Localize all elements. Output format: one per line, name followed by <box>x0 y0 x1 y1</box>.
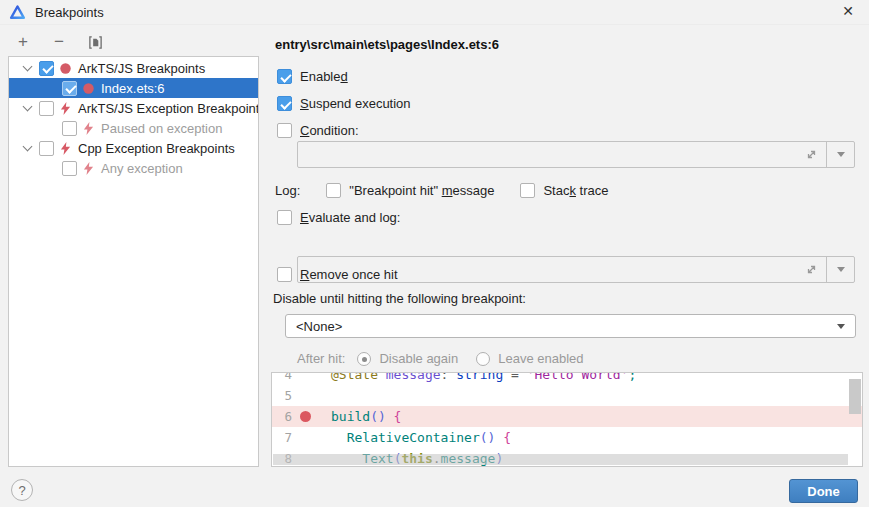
tree-item-checkbox[interactable] <box>62 161 77 176</box>
condition-row: Condition: <box>277 122 359 139</box>
evaluate-history-dropdown[interactable] <box>826 257 854 282</box>
code-text: @State message: string = 'Hello World'; <box>314 372 636 385</box>
vertical-scrollbar-thumb[interactable] <box>849 379 861 414</box>
leave-enabled-radio[interactable] <box>476 352 490 366</box>
chevron-down-icon <box>837 324 845 329</box>
combobox-value: <None> <box>296 319 342 334</box>
stack-trace-label: Stack trace <box>543 183 608 198</box>
log-row: Log: "Breakpoint hit" message Stack trac… <box>275 182 608 199</box>
chevron-down-icon[interactable] <box>19 63 39 73</box>
log-label: Log: <box>275 183 300 198</box>
add-breakpoint-button[interactable]: + <box>13 32 33 52</box>
exception-bolt-icon <box>60 141 73 155</box>
tree-item[interactable]: ArkTS/JS Breakpoints <box>9 58 258 78</box>
deveco-logo-icon <box>9 4 26 21</box>
breakpoint-path: entry\src\main\ets\pages\Index.ets:6 <box>275 37 499 52</box>
line-number: 7 <box>272 427 298 448</box>
exception-bolt-icon <box>60 101 73 115</box>
disable-again-radio[interactable] <box>357 352 371 366</box>
tree-item-checkbox[interactable] <box>62 121 77 136</box>
line-number: 4 <box>272 372 298 385</box>
evaluate-row: Evaluate and log: <box>277 209 400 226</box>
condition-checkbox[interactable] <box>277 123 292 138</box>
stack-trace-checkbox[interactable] <box>520 183 535 198</box>
chevron-down-icon <box>837 152 845 157</box>
tree-item-label: ArkTS/JS Breakpoints <box>78 61 205 76</box>
disable-until-label: Disable until hitting the following brea… <box>273 291 526 306</box>
line-number: 5 <box>272 385 298 406</box>
code-text: RelativeContainer() { <box>314 427 511 448</box>
code-line: 5 <box>272 385 862 406</box>
evaluate-and-log-label: Evaluate and log: <box>300 210 400 225</box>
title-bar: Breakpoints ✕ <box>0 0 869 25</box>
chevron-down-icon <box>42 123 62 133</box>
evaluate-and-log-checkbox[interactable] <box>277 210 292 225</box>
chevron-down-icon[interactable] <box>19 103 39 113</box>
tree-item-label: Index.ets:6 <box>101 81 165 96</box>
tree-item-label: Any exception <box>101 161 183 176</box>
after-hit-label: After hit: <box>297 351 345 366</box>
tree-item-label: Cpp Exception Breakpoints <box>78 141 235 156</box>
done-button[interactable]: Done <box>789 479 858 503</box>
disable-until-combobox[interactable]: <None> <box>285 314 856 338</box>
help-button[interactable]: ? <box>11 479 33 501</box>
exception-bolt-icon <box>83 121 96 135</box>
remove-once-hit-label: Remove once hit <box>300 267 398 282</box>
enabled-checkbox[interactable] <box>277 69 292 84</box>
tree-item-checkbox[interactable] <box>62 81 77 96</box>
gutter <box>298 372 314 385</box>
disable-again-label: Disable again <box>379 351 458 366</box>
tree-item-checkbox[interactable] <box>39 101 54 116</box>
breakpoint-dot-icon <box>300 411 311 422</box>
breakpoint-hit-message-label: "Breakpoint hit" message <box>349 183 494 198</box>
chevron-down-icon <box>42 163 62 173</box>
chevron-down-icon <box>42 83 62 93</box>
suspend-row: Suspend execution <box>277 95 411 112</box>
tree-item-checkbox[interactable] <box>39 61 54 76</box>
condition-label: Condition: <box>300 123 359 138</box>
tree-item[interactable]: Index.ets:6 <box>9 78 258 98</box>
remove-once-row: Remove once hit <box>277 266 398 283</box>
enabled-label: Enabled <box>300 69 348 84</box>
code-line: 7 RelativeContainer() { <box>272 427 862 448</box>
tree-toolbar: + − <box>13 32 105 52</box>
expand-field-icon[interactable] <box>805 148 818 161</box>
code-line: 4@State message: string = 'Hello World'; <box>272 372 862 385</box>
code-line: 6build() { <box>272 406 862 427</box>
line-number: 6 <box>272 406 298 427</box>
enabled-row: Enabled <box>277 68 348 85</box>
expand-field-icon[interactable] <box>805 263 818 276</box>
dialog-title: Breakpoints <box>35 5 104 20</box>
tree-item-label: ArkTS/JS Exception Breakpoints <box>78 101 259 116</box>
gutter <box>298 427 314 448</box>
breakpoint-dot-icon <box>60 61 73 75</box>
gutter <box>298 385 314 406</box>
code-preview-lines: 4@State message: string = 'Hello World';… <box>272 372 862 467</box>
code-text: build() { <box>314 406 401 427</box>
suspend-label: Suspend execution <box>300 96 411 111</box>
condition-input[interactable] <box>297 141 855 168</box>
suspend-checkbox[interactable] <box>277 96 292 111</box>
tree-item-checkbox[interactable] <box>39 141 54 156</box>
breakpoints-dialog: Breakpoints ✕ + − ArkTS/JS BreakpointsIn… <box>0 0 869 507</box>
close-icon[interactable]: ✕ <box>839 2 857 20</box>
chevron-down-icon <box>837 267 845 272</box>
condition-history-dropdown[interactable] <box>826 142 854 167</box>
leave-enabled-label: Leave enabled <box>498 351 583 366</box>
tree-item-label: Paused on exception <box>101 121 222 136</box>
after-hit-row: After hit: Disable again Leave enabled <box>297 350 584 367</box>
remove-once-hit-checkbox[interactable] <box>277 267 292 282</box>
tree-item[interactable]: Cpp Exception Breakpoints <box>9 138 258 158</box>
breakpoint-dot-icon <box>83 81 96 95</box>
gutter <box>298 406 314 427</box>
exception-bolt-icon <box>83 161 96 175</box>
breakpoint-hit-message-checkbox[interactable] <box>326 183 341 198</box>
group-by-file-icon[interactable] <box>85 32 105 52</box>
code-preview: 4@State message: string = 'Hello World';… <box>271 372 863 467</box>
chevron-down-icon[interactable] <box>19 143 39 153</box>
tree-item[interactable]: ArkTS/JS Exception Breakpoints <box>9 98 258 118</box>
tree-item[interactable]: Any exception <box>9 158 258 178</box>
horizontal-scrollbar[interactable] <box>273 454 848 465</box>
remove-breakpoint-button[interactable]: − <box>49 32 69 52</box>
tree-item[interactable]: Paused on exception <box>9 118 258 138</box>
